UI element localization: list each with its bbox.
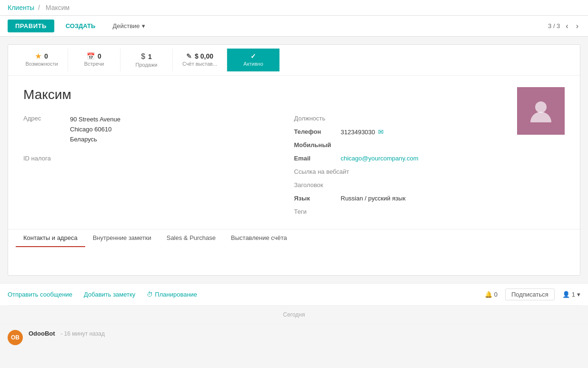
breadcrumb-parent[interactable]: Клиенты: [8, 4, 34, 11]
schedule-button[interactable]: ⏱ Планирование: [147, 291, 197, 298]
breadcrumb-current: Максим: [46, 4, 70, 11]
pencil-icon: ✎: [186, 52, 192, 60]
message-avatar: OB: [8, 330, 23, 345]
avatar-area: [517, 87, 565, 135]
followers-num: 1: [572, 291, 575, 298]
phone-email-icon[interactable]: ✉: [378, 128, 384, 136]
followers-num-badge: 👤 1 ▾: [562, 291, 580, 298]
address-field-row: Адрес 90 Streets Avenue Chicago 60610 Бе…: [23, 114, 294, 145]
opportunities-count: 0: [44, 52, 48, 60]
clock-icon: ⏱: [147, 291, 153, 298]
toolbar: ПРАВИТЬ СОЗДАТЬ Действие ▾ 3 / 3 ‹ ›: [0, 16, 588, 37]
language-label: Язык: [294, 195, 337, 202]
star-icon: ★: [35, 52, 41, 60]
action-label: Действие: [112, 22, 140, 30]
mobile-field-row: Мобильный: [294, 140, 565, 151]
message-sender: OdooBot: [29, 330, 55, 337]
breadcrumb-separator: /: [38, 4, 40, 11]
meetings-count: 0: [98, 52, 101, 60]
fields-section: Адрес 90 Streets Avenue Chicago 60610 Бе…: [23, 114, 565, 218]
meetings-label: Встречи: [84, 61, 104, 67]
record-body: Максим Адрес 90 Streets Avenue Chicago 6…: [8, 76, 580, 229]
email-field-row: Email chicago@yourcompany.com: [294, 154, 565, 164]
phone-value: 3123493030 ✉: [341, 128, 384, 136]
smart-btn-opportunities[interactable]: ★ 0 Возможности: [16, 49, 68, 71]
position-label: Должность: [294, 115, 337, 122]
pager-text: 3 / 3: [548, 22, 560, 30]
message-time: - 16 минут назад: [60, 330, 105, 337]
subscribe-button[interactable]: Подписаться: [505, 288, 555, 300]
smart-btn-meetings[interactable]: 📅 0 Встречи: [68, 49, 120, 71]
website-label: Ссылка на вебсайт: [294, 168, 349, 175]
email-label: Email: [294, 155, 337, 162]
add-note-button[interactable]: Добавить заметку: [84, 291, 135, 298]
followers-count: 0: [494, 291, 498, 298]
create-button[interactable]: СОЗДАТЬ: [58, 20, 103, 32]
smart-buttons-bar: ★ 0 Возможности 📅 0 Встречи $ 1 Продажи: [8, 45, 580, 76]
tab-sales-purchase[interactable]: Sales & Purchase: [159, 229, 223, 247]
chatter-bar: Отправить сообщение Добавить заметку ⏱ П…: [0, 283, 588, 305]
active-label: Активно: [243, 61, 263, 67]
message-item: OB OdooBot - 16 минут назад: [0, 324, 588, 351]
tax-id-label: ID налога: [23, 155, 66, 162]
dollar-icon: $: [141, 52, 145, 61]
send-message-label: Отправить сообщение: [8, 291, 72, 298]
invoices-count: $ 0,00: [195, 52, 213, 60]
add-note-label: Добавить заметку: [84, 291, 135, 298]
email-value[interactable]: chicago@yourcompany.com: [341, 155, 419, 162]
send-message-button[interactable]: Отправить сообщение: [8, 291, 72, 298]
message-content: OdooBot - 16 минут назад: [29, 330, 105, 345]
chevron-down-icon-2: ▾: [577, 291, 580, 298]
avatar[interactable]: [517, 87, 565, 135]
person-icon: 👤: [562, 291, 570, 298]
pager-area: 3 / 3 ‹ ›: [548, 21, 580, 31]
invoices-label: Счёт выстав...: [182, 61, 217, 67]
calendar-icon: 📅: [87, 52, 95, 60]
language-value: Russian / русский язык: [341, 195, 406, 202]
svg-point-0: [535, 101, 547, 113]
breadcrumb-bar: Клиенты / Максим: [0, 0, 588, 16]
opportunities-label: Возможности: [25, 61, 58, 67]
language-field-row: Язык Russian / русский язык: [294, 194, 565, 204]
smart-btn-invoices[interactable]: ✎ $ 0,00 Счёт выстав...: [173, 49, 227, 71]
left-fields: Адрес 90 Streets Avenue Chicago 60610 Бе…: [23, 114, 294, 218]
smart-btn-active[interactable]: ✓ Активно: [227, 49, 279, 71]
tab-list: Контакты и адреса Внутренние заметки Sal…: [16, 229, 572, 247]
address-line1: 90 Streets Avenue: [70, 115, 120, 125]
tab-contacts[interactable]: Контакты и адреса: [16, 229, 85, 247]
check-icon: ✓: [250, 52, 256, 60]
mobile-label: Мобильный: [294, 141, 337, 149]
record-card: ★ 0 Возможности 📅 0 Встречи $ 1 Продажи: [8, 44, 580, 276]
sales-count: 1: [148, 53, 152, 60]
today-divider: Сегодня: [8, 305, 580, 324]
phone-label: Телефон: [294, 128, 337, 135]
chatter-right: 🔔 0 Подписаться 👤 1 ▾: [485, 288, 580, 300]
address-label: Адрес: [23, 115, 66, 122]
tags-label: Теги: [294, 208, 337, 215]
breadcrumb: Клиенты / Максим: [8, 4, 580, 11]
followers-icon: 🔔: [485, 291, 492, 298]
tab-content: [16, 247, 572, 275]
left-section: Максим Адрес 90 Streets Avenue Chicago 6…: [23, 87, 565, 218]
record-name: Максим: [23, 87, 565, 102]
action-button[interactable]: Действие ▾: [107, 20, 150, 32]
tab-notes[interactable]: Внутренние заметки: [85, 229, 159, 247]
edit-button[interactable]: ПРАВИТЬ: [8, 20, 54, 32]
chevron-down-icon: ▾: [142, 22, 145, 30]
smart-btn-sales[interactable]: $ 1 Продажи: [120, 49, 173, 71]
address-value: 90 Streets Avenue Chicago 60610 Беларусь: [70, 115, 120, 144]
title-label: Заголовок: [294, 181, 337, 189]
tab-invoicing[interactable]: Выставление счёта: [223, 229, 295, 247]
website-field-row: Ссылка на вебсайт: [294, 167, 565, 178]
main-content: ★ 0 Возможности 📅 0 Встречи $ 1 Продажи: [0, 37, 588, 283]
avatar-silhouette: [527, 97, 555, 125]
next-button[interactable]: ›: [574, 21, 580, 31]
prev-button[interactable]: ‹: [564, 21, 570, 31]
title-field-row: Заголовок: [294, 180, 565, 191]
followers-badge: 🔔 0: [485, 291, 498, 298]
tabs-area: Контакты и адреса Внутренние заметки Sal…: [8, 229, 580, 275]
address-line2: Chicago 60610: [70, 125, 120, 135]
address-line3: Беларусь: [70, 135, 120, 145]
tags-field-row: Теги: [294, 207, 565, 218]
schedule-label: Планирование: [155, 291, 197, 298]
